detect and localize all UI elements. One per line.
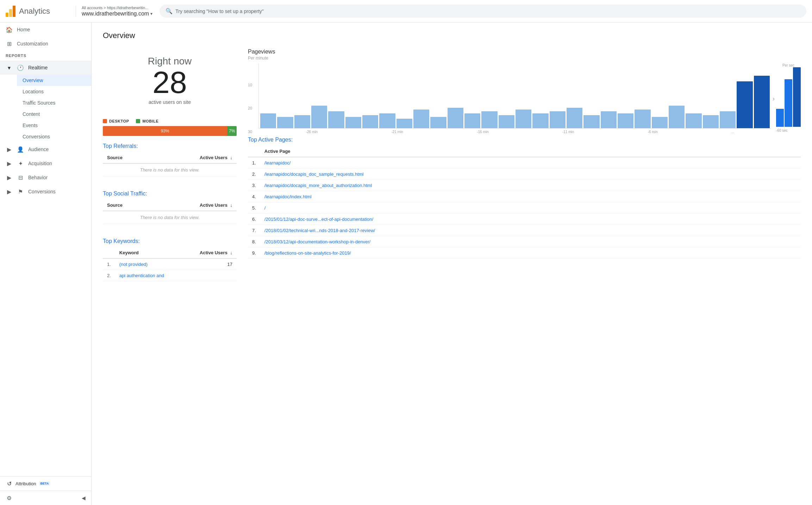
active-page-row: 9. /blog/reflections-on-site-analytics-f… xyxy=(248,248,801,259)
chart-tick-labels: -26 min -21 min -16 min -11 min -6 min .… xyxy=(258,130,771,134)
chart-bar xyxy=(754,65,770,128)
chart-bar xyxy=(618,65,633,128)
collapse-sidebar-button[interactable]: ◀ xyxy=(82,495,86,501)
chart-main: -26 min -21 min -16 min -11 min -6 min .… xyxy=(258,63,771,134)
active-page-link[interactable]: /learnapidoc/ xyxy=(260,157,801,169)
per-sec-bar xyxy=(785,79,792,127)
keywords-row-keyword[interactable]: api authentication and xyxy=(115,270,184,281)
keywords-row: 1. (not provided) 17 xyxy=(103,258,237,270)
left-panel: Right now 28 active users on site DESKTO… xyxy=(103,49,237,288)
chart-bar xyxy=(362,65,378,128)
sidebar-item-overview[interactable]: Overview xyxy=(17,75,91,86)
acquisition-icon: ✦ xyxy=(17,160,24,167)
top-keywords-heading: Top Keywords: xyxy=(103,238,237,244)
chart-bar xyxy=(396,65,412,128)
per-sec-bar xyxy=(776,109,784,127)
active-page-link[interactable]: /blog/reflections-on-site-analytics-for-… xyxy=(260,248,801,259)
chart-bar xyxy=(260,65,276,128)
active-pages-num-header xyxy=(248,146,260,157)
chart-bar xyxy=(550,65,566,128)
sidebar-item-content[interactable]: Content xyxy=(17,108,91,120)
social-source-header: Source xyxy=(103,200,152,211)
account-info: All accounts > https://idratherbewritin.… xyxy=(82,6,152,17)
chart-bar xyxy=(499,65,514,128)
active-page-link[interactable]: / xyxy=(260,202,801,214)
chart-bar xyxy=(737,65,752,128)
realtime-expand-icon: ▾ xyxy=(6,64,13,71)
chart-bar xyxy=(413,65,429,128)
keywords-row-users xyxy=(184,270,237,281)
referrals-no-data: There is no data for this view. xyxy=(103,163,237,176)
sidebar-item-locations[interactable]: Locations xyxy=(17,86,91,97)
sidebar-item-customization[interactable]: ⊞ Customization xyxy=(0,37,91,51)
active-page-link[interactable]: /2015/01/12/api-doc-surve...ect-of-api-d… xyxy=(260,214,801,225)
chart-bar xyxy=(481,65,497,128)
sidebar-item-conversions-realtime[interactable]: Conversions xyxy=(17,131,91,142)
chart-bar xyxy=(328,65,344,128)
sort-icon: ↓ xyxy=(230,250,233,255)
keywords-keyword-header: Keyword xyxy=(115,247,184,258)
device-breakdown: DESKTOP MOBILE 93% 7% xyxy=(103,119,237,136)
chart-bar xyxy=(703,65,719,128)
chart-bar xyxy=(635,65,650,128)
chart-bar xyxy=(277,65,293,128)
top-referrals-heading: Top Referrals: xyxy=(103,143,237,149)
search-bar[interactable]: 🔍 Try searching "How to set up a propert… xyxy=(160,5,806,18)
dropdown-arrow-icon[interactable]: ▾ xyxy=(150,11,152,16)
account-domain[interactable]: www.idratherbewriting.com ▾ xyxy=(82,11,152,17)
body-layout: 🏠 Home ⊞ Customization REPORTS ▾ 🕐 Realt… xyxy=(0,23,812,505)
app-title: Analytics xyxy=(19,7,50,16)
per-sec-label: Per sec xyxy=(776,63,801,67)
active-page-link[interactable]: /2018/01/02/technical-wri...nds-2018-and… xyxy=(260,225,801,236)
chart-bar xyxy=(311,65,327,128)
top-referrals-section: Top Referrals: Source Active Users ↓ xyxy=(103,143,237,176)
sidebar-item-conversions[interactable]: ▶ ⚑ Conversions xyxy=(0,185,91,199)
behavior-icon: ⊟ xyxy=(17,174,24,181)
acquisition-expand-icon: ▶ xyxy=(6,160,13,167)
conversions-expand-icon: ▶ xyxy=(6,188,13,195)
active-page-num: 3. xyxy=(248,180,260,191)
keywords-row-num: 1. xyxy=(103,258,115,270)
active-page-link[interactable]: /learnapidoc/index.html xyxy=(260,191,801,202)
active-page-num: 4. xyxy=(248,191,260,202)
keywords-row-keyword[interactable]: (not provided) xyxy=(115,258,184,270)
sidebar-item-events[interactable]: Events xyxy=(17,120,91,131)
active-page-num: 2. xyxy=(248,169,260,180)
chart-expand-button[interactable]: › xyxy=(771,63,776,134)
account-path: All accounts > https://idratherbewritin.… xyxy=(82,6,152,10)
chart-bars xyxy=(258,63,771,129)
sort-icon: ↓ xyxy=(230,155,233,160)
active-page-row: 2. /learnapidoc/docapis_doc_sample_reque… xyxy=(248,169,801,180)
sidebar-item-audience[interactable]: ▶ 👤 Audience xyxy=(0,142,91,156)
per-sec-panel: Per sec -60 sec xyxy=(776,63,801,134)
customization-icon: ⊞ xyxy=(6,40,13,47)
sidebar-item-attribution[interactable]: ↺ Attribution BETA xyxy=(0,476,91,491)
audience-icon: 👤 xyxy=(17,146,24,153)
sidebar-item-home[interactable]: 🏠 Home xyxy=(0,23,91,37)
mobile-legend: MOBILE xyxy=(136,119,158,123)
sidebar-item-settings[interactable]: ⚙ ◀ xyxy=(0,491,91,505)
sidebar-item-traffic-sources[interactable]: Traffic Sources xyxy=(17,97,91,108)
keywords-users-header: Active Users ↓ xyxy=(184,247,237,258)
page-title: Overview xyxy=(103,31,801,40)
sidebar-item-behavior[interactable]: ▶ ⊟ Behavior xyxy=(0,170,91,185)
desktop-bar: 93% xyxy=(103,126,227,136)
sidebar-item-acquisition[interactable]: ▶ ✦ Acquisition xyxy=(0,156,91,170)
active-page-link[interactable]: /2018/03/12/api-documentation-workshop-i… xyxy=(260,236,801,248)
active-page-num: 8. xyxy=(248,236,260,248)
active-page-row: 4. /learnapidoc/index.html xyxy=(248,191,801,202)
main-content: Overview Right now 28 active users on si… xyxy=(92,23,812,505)
sidebar-item-realtime[interactable]: ▾ 🕐 Realtime xyxy=(0,61,91,75)
active-page-link[interactable]: /learnapidoc/docapis_doc_sample_requests… xyxy=(260,169,801,180)
active-pages-table: Active Page 1. /learnapidoc/ 2. /learnap… xyxy=(248,146,801,259)
chart-y-labels: 30 20 10 xyxy=(248,63,258,134)
realtime-section: ▾ 🕐 Realtime Overview Locations Traffic … xyxy=(0,61,91,142)
active-page-link[interactable]: /learnapidoc/docapis_more_about_authoriz… xyxy=(260,180,801,191)
per-sec-tick: -60 sec xyxy=(776,129,801,132)
beta-badge: BETA xyxy=(39,481,50,486)
sidebar: 🏠 Home ⊞ Customization REPORTS ▾ 🕐 Realt… xyxy=(0,23,92,505)
top-social-section: Top Social Traffic: Source Active Users … xyxy=(103,191,237,224)
social-table: Source Active Users ↓ There is no data f… xyxy=(103,200,237,224)
realtime-submenu: Overview Locations Traffic Sources Conte… xyxy=(0,75,91,142)
behavior-expand-icon: ▶ xyxy=(6,174,13,181)
